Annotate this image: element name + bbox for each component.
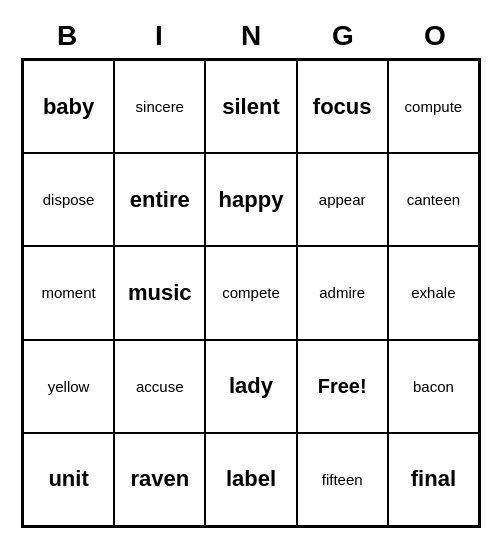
cell-2-2: compete [205,246,296,339]
cell-2-4: exhale [388,246,479,339]
cell-0-0: baby [23,60,114,153]
cell-4-2: label [205,433,296,526]
cell-2-1: music [114,246,205,339]
bingo-card: BINGO babysinceresilentfocuscomputedispo… [21,16,481,528]
cell-3-3: Free! [297,340,388,433]
cell-4-4: final [388,433,479,526]
header-letter-G: G [297,16,389,56]
cell-1-1: entire [114,153,205,246]
cell-2-3: admire [297,246,388,339]
cell-3-2: lady [205,340,296,433]
header-letter-I: I [113,16,205,56]
cell-4-3: fifteen [297,433,388,526]
cell-1-3: appear [297,153,388,246]
cell-0-3: focus [297,60,388,153]
cell-4-1: raven [114,433,205,526]
cell-0-2: silent [205,60,296,153]
cell-0-1: sincere [114,60,205,153]
cell-1-0: dispose [23,153,114,246]
bingo-header: BINGO [21,16,481,56]
cell-1-2: happy [205,153,296,246]
cell-4-0: unit [23,433,114,526]
cell-1-4: canteen [388,153,479,246]
cell-2-0: moment [23,246,114,339]
cell-3-0: yellow [23,340,114,433]
cell-3-4: bacon [388,340,479,433]
cell-3-1: accuse [114,340,205,433]
bingo-grid: babysinceresilentfocuscomputedisposeenti… [21,58,481,528]
header-letter-B: B [21,16,113,56]
header-letter-N: N [205,16,297,56]
header-letter-O: O [389,16,481,56]
cell-0-4: compute [388,60,479,153]
